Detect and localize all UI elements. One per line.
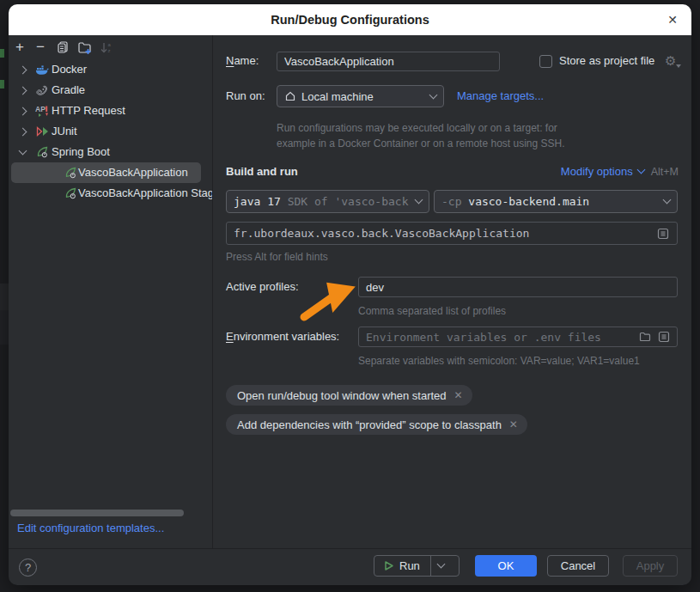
tree-item-vascobackapplication[interactable]: VascoBackApplication	[9, 162, 212, 183]
tree-item-spring-boot[interactable]: Spring Boot	[9, 142, 212, 162]
manage-targets-link[interactable]: Manage targets...	[457, 89, 544, 102]
run-on-value: Local machine	[301, 90, 430, 103]
run-on-help-line1: Run configurations may be executed local…	[277, 122, 557, 134]
environment-variables-label: Environment variables:	[226, 327, 339, 347]
active-profiles-label: Active profiles:	[226, 277, 299, 297]
browse-icon[interactable]	[656, 227, 670, 241]
help-button[interactable]: ?	[19, 558, 37, 577]
browse-icon[interactable]	[657, 330, 671, 344]
tree-item-label: Docker	[52, 59, 87, 80]
panel-divider	[212, 35, 213, 548]
spring-boot-run-config-icon	[64, 166, 77, 180]
tree-item-http-request[interactable]: AP HTTP Request	[9, 101, 212, 121]
remove-configuration-button[interactable]: −	[31, 38, 50, 57]
chevron-down-icon	[429, 90, 438, 99]
spring-boot-icon	[35, 145, 49, 159]
background-panel-fragment	[0, 310, 9, 345]
apply-button[interactable]: Apply	[623, 555, 678, 577]
chevron-down-icon	[437, 560, 446, 569]
new-folder-icon	[77, 40, 92, 55]
chevron-right-icon[interactable]	[19, 128, 27, 137]
add-configuration-button[interactable]: +	[10, 38, 29, 57]
run-on-label: Run on:	[226, 86, 265, 107]
name-input[interactable]	[277, 52, 500, 71]
sort-configurations-button[interactable]: az	[96, 38, 115, 57]
folder-icon[interactable]	[638, 330, 652, 344]
minus-icon: −	[36, 39, 45, 56]
tree-item-label: Gradle	[52, 80, 85, 101]
remove-tag-icon[interactable]: ✕	[454, 389, 463, 401]
dialog-title: Run/Debug Configurations	[9, 4, 691, 35]
svg-text:a: a	[107, 41, 111, 46]
tree-item-label: VascoBackApplication	[78, 162, 188, 183]
tree-item-label: HTTP Request	[52, 101, 125, 121]
chevron-down-icon[interactable]	[19, 147, 27, 156]
run-button-label: Run	[399, 559, 420, 572]
chevron-down-icon	[663, 196, 672, 204]
environment-variables-input[interactable]	[358, 327, 678, 347]
cancel-button[interactable]: Cancel	[547, 555, 609, 577]
dialog-titlebar: Run/Debug Configurations ✕	[9, 4, 691, 35]
editor-gutter-mark	[0, 49, 4, 58]
modify-options-shortcut: Alt+M	[651, 166, 679, 178]
run-options-arrow[interactable]	[431, 556, 452, 576]
tree-item-label: Spring Boot	[52, 142, 110, 162]
tree-item-label: JUnit	[52, 121, 77, 142]
tag-open-tool-window[interactable]: Open run/debug tool window when started …	[226, 385, 472, 406]
junit-icon	[35, 125, 49, 138]
chevron-down-icon	[415, 196, 423, 204]
play-icon	[383, 560, 394, 571]
tag-add-provided-dependencies[interactable]: Add dependencies with “provided” scope t…	[226, 414, 527, 435]
press-alt-hint: Press Alt for field hints	[226, 251, 328, 263]
docker-icon	[35, 63, 49, 76]
edit-configuration-templates-link[interactable]: Edit configuration templates...	[17, 522, 164, 534]
jdk-select[interactable]: java 17 SDK of 'vasco-back	[226, 190, 429, 213]
run-split-button[interactable]: Run	[374, 555, 460, 577]
jdk-value: java 17 SDK of 'vasco-back	[234, 195, 416, 208]
http-request-icon: AP	[35, 104, 49, 118]
plus-icon: +	[15, 39, 24, 56]
profiles-hint: Comma separated list of profiles	[358, 305, 506, 317]
store-as-project-file-label: Store as project file	[559, 51, 654, 71]
chevron-right-icon[interactable]	[19, 87, 27, 95]
main-class-input[interactable]: fr.ubordeaux.vasco.back.VascoBackApplica…	[226, 222, 678, 245]
close-icon[interactable]: ✕	[662, 9, 683, 30]
screenshot-root: Run/Debug Configurations ✕ + − az	[0, 0, 700, 592]
tree-item-junit[interactable]: JUnit	[9, 121, 212, 142]
home-icon	[284, 90, 296, 102]
footer-divider	[9, 548, 691, 549]
tree-item-label: VascoBackApplication Stag	[78, 183, 212, 204]
ok-button[interactable]: OK	[475, 555, 537, 577]
active-profiles-input[interactable]	[358, 277, 678, 297]
background-panel-fragment	[0, 284, 9, 310]
sort-az-icon: az	[99, 40, 113, 55]
copy-icon	[56, 40, 70, 54]
env-hint: Separate variables with semicolon: VAR=v…	[358, 355, 640, 367]
run-on-select[interactable]: Local machine	[277, 85, 444, 107]
modify-options-row: Modify options Alt+M	[561, 165, 679, 178]
copy-configuration-button[interactable]	[53, 38, 72, 57]
classpath-select[interactable]: -cp vasco-backend.main	[434, 190, 678, 213]
svg-text:AP: AP	[35, 105, 46, 113]
new-folder-button[interactable]	[75, 38, 94, 57]
chevron-right-icon[interactable]	[19, 107, 27, 116]
tree-item-vascobackapplication-staging[interactable]: VascoBackApplication Stag	[9, 183, 212, 204]
editor-gutter-mark	[0, 80, 4, 88]
gradle-icon	[35, 83, 49, 97]
chevron-down-icon	[636, 166, 645, 174]
store-as-project-file-checkbox[interactable]	[539, 55, 552, 68]
build-and-run-title: Build and run	[226, 165, 298, 178]
run-debug-configurations-dialog: Run/Debug Configurations ✕ + − az	[9, 4, 691, 585]
run-on-help-line2: example in a Docker Container or on a re…	[277, 137, 565, 150]
question-icon: ?	[25, 561, 31, 574]
name-label: Name:	[226, 51, 259, 71]
tree-item-gradle[interactable]: Gradle	[9, 80, 212, 101]
modify-options-link[interactable]: Modify options	[561, 165, 644, 178]
chevron-right-icon[interactable]	[19, 66, 27, 75]
tree-item-docker[interactable]: Docker	[9, 59, 212, 80]
gear-icon[interactable]: ⚙	[665, 55, 676, 68]
spring-boot-run-config-icon	[64, 186, 77, 200]
svg-text:z: z	[107, 47, 110, 52]
horizontal-scrollbar[interactable]	[10, 510, 184, 516]
remove-tag-icon[interactable]: ✕	[509, 418, 518, 430]
